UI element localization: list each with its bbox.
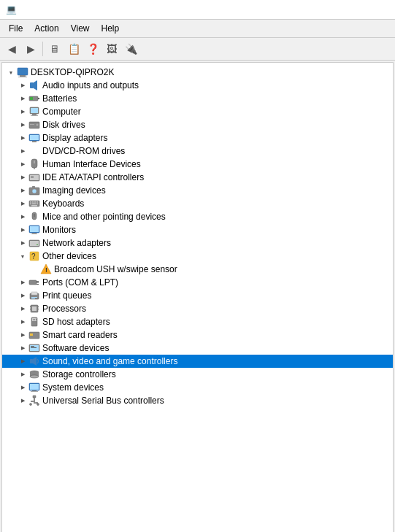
tree-item-displayadapters[interactable]: Display adapters [2,131,393,144]
expand-btn-processors[interactable] [17,303,28,315]
tree-item-smartcard[interactable]: Smart card readers [2,328,393,342]
svg-rect-59 [31,297,37,298]
expand-btn-imaging[interactable] [17,185,28,196]
tree-item-software[interactable]: Software devices [2,342,393,355]
toolbar-help[interactable]: ❓ [84,40,101,58]
svg-rect-27 [31,177,34,178]
tree-item-ide[interactable]: IDE ATA/ATAPI controllers [2,171,393,184]
expand-btn-monitors[interactable] [17,224,28,236]
expand-btn-batteries[interactable] [17,93,28,104]
tree-item-storage[interactable]: Storage controllers [2,368,393,381]
device-label-dvdrom: DVD/CD-ROM drives [42,146,125,156]
tree-item-sound[interactable]: Sound, video and game controllers [2,355,393,368]
expand-btn-otherdevices[interactable] [17,250,28,262]
tree-item-broadcom[interactable]: !Broadcom USH w/swipe sensor [2,263,393,276]
device-label-processors: Processors [42,304,86,314]
expand-btn-keyboards[interactable] [17,198,28,209]
tree-item-batteries[interactable]: Batteries [2,92,393,105]
svg-rect-78 [30,359,33,363]
expand-btn-audio[interactable] [17,80,28,91]
expand-btn-software[interactable] [17,342,28,354]
svg-rect-69 [33,319,34,320]
device-label-imaging: Imaging devices [42,185,106,196]
device-label-storage: Storage controllers [42,369,116,379]
menu-item-view[interactable]: View [65,21,96,36]
expand-btn-smartcard[interactable] [17,329,28,341]
tree-item-root[interactable]: DESKTOP-QIPRO2K [2,66,393,79]
tree-item-otherdevices[interactable]: ?Other devices [2,250,393,263]
device-icon-software [28,342,40,354]
expand-btn-dvdrom[interactable] [17,145,28,157]
tree-item-printqueues[interactable]: Print queues [2,289,393,302]
tree-item-system[interactable]: System devices [2,381,393,394]
toolbar-view[interactable]: 🖼 [103,40,120,58]
svg-point-92 [37,404,39,406]
device-icon-printqueues [28,290,40,301]
device-icon-imaging [28,185,40,196]
svg-rect-64 [30,309,31,309]
device-label-hid: Human Interface Devices [42,159,141,169]
svg-rect-37 [32,204,36,205]
expand-btn-usb[interactable] [17,395,28,406]
expand-btn-displayadapters[interactable] [17,132,28,144]
toolbar-plugin[interactable]: 🔌 [122,40,139,58]
tree-item-audio[interactable]: Audio inputs and outputs [2,79,393,92]
svg-rect-26 [31,176,34,177]
svg-rect-45 [31,234,37,234]
expand-btn-sound[interactable] [17,355,28,367]
tree-item-computer[interactable]: Computer [2,105,393,118]
svg-text:?: ? [31,252,36,261]
svg-rect-36 [30,204,31,205]
expand-btn-storage[interactable] [17,369,28,380]
device-tree-container[interactable]: DESKTOP-QIPRO2KAudio inputs and outputsB… [1,62,394,532]
svg-rect-77 [31,347,37,348]
device-icon-system [28,382,40,393]
expand-btn-mice[interactable] [17,211,28,223]
svg-rect-7 [30,97,33,100]
svg-rect-54 [37,281,39,282]
expand-btn-network[interactable] [17,237,28,249]
menu-item-file[interactable]: File [3,21,28,36]
device-icon-audio [28,80,40,91]
svg-rect-84 [30,384,39,390]
expand-btn-computer[interactable] [17,106,28,117]
expand-btn-hid[interactable] [17,158,28,170]
expand-btn-diskdrives[interactable] [17,119,28,131]
menu-item-action[interactable]: Action [28,21,64,36]
tree-item-processors[interactable]: Processors [2,302,393,315]
toolbar-back[interactable]: ◀ [3,40,20,58]
tree-item-ports[interactable]: Ports (COM & LPT) [2,276,393,289]
svg-rect-44 [32,233,37,234]
tree-item-diskdrives[interactable]: Disk drives [2,118,393,131]
device-label-sdhost: SD host adapters [42,317,110,327]
toolbar-forward[interactable]: ▶ [22,40,39,58]
menu-item-help[interactable]: Help [96,21,126,36]
tree-item-usb[interactable]: Universal Serial Bus controllers [2,394,393,407]
device-label-network: Network adapters [42,238,111,248]
toolbar-properties[interactable]: 📋 [65,40,83,58]
expand-btn-ide[interactable] [17,171,28,183]
tree-item-hid[interactable]: Human Interface Devices [2,158,393,171]
svg-rect-63 [30,307,31,307]
tree-item-dvdrom[interactable]: DVD/CD-ROM drives [2,144,393,158]
title-bar: 💻 [0,0,395,20]
expand-btn-ports[interactable] [17,277,28,288]
tree-item-mice[interactable]: Mice and other pointing devices [2,210,393,223]
tree-item-network[interactable]: Network adapters [2,236,393,250]
svg-rect-17 [32,141,37,142]
tree-item-keyboards[interactable]: Keyboards [2,197,393,210]
tree-item-monitors[interactable]: Monitors [2,223,393,236]
device-icon-mice [28,211,40,223]
expand-btn-root[interactable] [5,66,17,78]
tree-item-sdhost[interactable]: SD host adapters [2,315,393,328]
toolbar-computer[interactable]: 🖥 [46,40,64,58]
tree-item-imaging[interactable]: Imaging devices [2,184,393,197]
device-label-broadcom: Broadcom USH w/swipe sensor [54,264,177,274]
expand-btn-printqueues[interactable] [17,290,28,301]
device-tree: DESKTOP-QIPRO2KAudio inputs and outputsB… [2,63,393,410]
expand-btn-system[interactable] [17,382,28,393]
device-icon-batteries [28,93,40,104]
svg-rect-87 [33,396,36,398]
expand-btn-sdhost[interactable] [17,316,28,328]
svg-rect-76 [31,346,34,347]
